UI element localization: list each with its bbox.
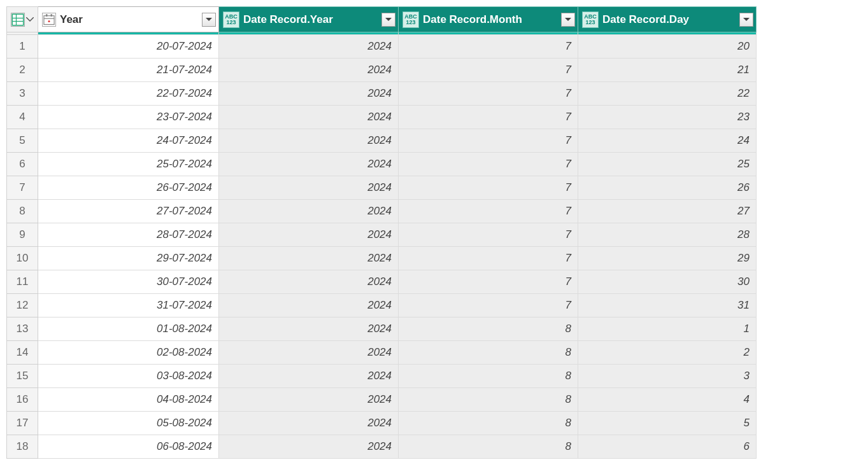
cell-year[interactable]: 04-08-2024	[38, 388, 219, 412]
cell-date-record-month[interactable]: 8	[399, 341, 578, 365]
cell-date-record-month[interactable]: 8	[399, 435, 578, 459]
cell-date-record-month[interactable]: 7	[399, 200, 578, 223]
row-number[interactable]: 17	[7, 412, 38, 435]
cell-date-record-day[interactable]: 24	[578, 129, 757, 153]
cell-date-record-year[interactable]: 2024	[219, 412, 399, 435]
cell-date-record-month[interactable]: 8	[399, 412, 578, 435]
row-number[interactable]: 7	[7, 176, 38, 200]
cell-year[interactable]: 30-07-2024	[38, 270, 219, 294]
cell-year[interactable]: 21-07-2024	[38, 59, 219, 82]
cell-date-record-month[interactable]: 7	[399, 270, 578, 294]
cell-date-record-day[interactable]: 30	[578, 270, 757, 294]
table-row[interactable]: 1705-08-2024202485	[7, 412, 757, 435]
cell-year[interactable]: 20-07-2024	[38, 35, 219, 59]
table-row[interactable]: 1029-07-20242024729	[7, 247, 757, 270]
row-number[interactable]: 18	[7, 435, 38, 459]
table-row[interactable]: 1503-08-2024202483	[7, 365, 757, 388]
table-row[interactable]: 1130-07-20242024730	[7, 270, 757, 294]
cell-date-record-month[interactable]: 7	[399, 294, 578, 317]
table-row[interactable]: 1231-07-20242024731	[7, 294, 757, 317]
table-row[interactable]: 221-07-20242024721	[7, 59, 757, 82]
cell-date-record-month[interactable]: 8	[399, 388, 578, 412]
cell-year[interactable]: 24-07-2024	[38, 129, 219, 153]
any-type-icon[interactable]: ABC 123	[582, 11, 599, 28]
cell-year[interactable]: 31-07-2024	[38, 294, 219, 317]
cell-date-record-day[interactable]: 23	[578, 106, 757, 129]
cell-date-record-day[interactable]: 29	[578, 247, 757, 270]
cell-date-record-year[interactable]: 2024	[219, 59, 399, 82]
cell-year[interactable]: 26-07-2024	[38, 176, 219, 200]
any-type-icon[interactable]: ABC 123	[402, 11, 419, 28]
cell-date-record-year[interactable]: 2024	[219, 153, 399, 176]
row-number[interactable]: 12	[7, 294, 38, 317]
cell-date-record-month[interactable]: 7	[399, 223, 578, 247]
cell-year[interactable]: 01-08-2024	[38, 317, 219, 341]
cell-date-record-day[interactable]: 20	[578, 35, 757, 59]
filter-button[interactable]	[202, 13, 216, 27]
cell-year[interactable]: 06-08-2024	[38, 435, 219, 459]
cell-date-record-month[interactable]: 7	[399, 82, 578, 106]
table-icon[interactable]	[11, 13, 25, 27]
table-row[interactable]: 423-07-20242024723	[7, 106, 757, 129]
cell-date-record-year[interactable]: 2024	[219, 223, 399, 247]
cell-year[interactable]: 27-07-2024	[38, 200, 219, 223]
table-row[interactable]: 928-07-20242024728	[7, 223, 757, 247]
cell-year[interactable]: 29-07-2024	[38, 247, 219, 270]
cell-date-record-month[interactable]: 8	[399, 365, 578, 388]
cell-year[interactable]: 03-08-2024	[38, 365, 219, 388]
table-row[interactable]: 1402-08-2024202482	[7, 341, 757, 365]
filter-button[interactable]	[739, 13, 753, 27]
cell-date-record-year[interactable]: 2024	[219, 270, 399, 294]
row-number[interactable]: 5	[7, 129, 38, 153]
cell-date-record-year[interactable]: 2024	[219, 435, 399, 459]
cell-date-record-month[interactable]: 7	[399, 153, 578, 176]
row-number[interactable]: 10	[7, 247, 38, 270]
cell-date-record-day[interactable]: 27	[578, 200, 757, 223]
cell-date-record-day[interactable]: 31	[578, 294, 757, 317]
row-number[interactable]: 1	[7, 35, 38, 59]
cell-date-record-year[interactable]: 2024	[219, 388, 399, 412]
column-header-date-record-year[interactable]: ABC 123 Date Record.Year	[219, 7, 399, 32]
column-header-year[interactable]: Year	[38, 7, 219, 32]
table-row[interactable]: 827-07-20242024727	[7, 200, 757, 223]
any-type-icon[interactable]: ABC 123	[223, 11, 239, 28]
cell-year[interactable]: 28-07-2024	[38, 223, 219, 247]
cell-date-record-year[interactable]: 2024	[219, 129, 399, 153]
filter-button[interactable]	[381, 13, 395, 27]
cell-date-record-year[interactable]: 2024	[219, 317, 399, 341]
select-all-header[interactable]	[7, 7, 38, 32]
table-row[interactable]: 726-07-20242024726	[7, 176, 757, 200]
cell-date-record-year[interactable]: 2024	[219, 82, 399, 106]
row-number[interactable]: 3	[7, 82, 38, 106]
cell-date-record-day[interactable]: 25	[578, 153, 757, 176]
cell-date-record-month[interactable]: 7	[399, 106, 578, 129]
table-row[interactable]: 625-07-20242024725	[7, 153, 757, 176]
cell-date-record-year[interactable]: 2024	[219, 341, 399, 365]
cell-date-record-year[interactable]: 2024	[219, 200, 399, 223]
cell-date-record-day[interactable]: 26	[578, 176, 757, 200]
filter-button[interactable]	[561, 13, 575, 27]
row-number[interactable]: 2	[7, 59, 38, 82]
cell-date-record-day[interactable]: 21	[578, 59, 757, 82]
row-number[interactable]: 11	[7, 270, 38, 294]
date-type-icon[interactable]	[42, 13, 56, 27]
cell-date-record-day[interactable]: 4	[578, 388, 757, 412]
data-grid[interactable]: Year ABC 123 Date Record.Year	[6, 6, 757, 459]
cell-year[interactable]: 02-08-2024	[38, 341, 219, 365]
cell-date-record-month[interactable]: 7	[399, 59, 578, 82]
cell-year[interactable]: 22-07-2024	[38, 82, 219, 106]
cell-date-record-month[interactable]: 7	[399, 247, 578, 270]
cell-date-record-month[interactable]: 7	[399, 176, 578, 200]
cell-date-record-day[interactable]: 28	[578, 223, 757, 247]
cell-date-record-year[interactable]: 2024	[219, 106, 399, 129]
cell-year[interactable]: 05-08-2024	[38, 412, 219, 435]
row-number[interactable]: 14	[7, 341, 38, 365]
row-number[interactable]: 4	[7, 106, 38, 129]
cell-date-record-year[interactable]: 2024	[219, 247, 399, 270]
table-row[interactable]: 120-07-20242024720	[7, 35, 757, 59]
row-number[interactable]: 6	[7, 153, 38, 176]
cell-date-record-month[interactable]: 7	[399, 129, 578, 153]
cell-date-record-year[interactable]: 2024	[219, 365, 399, 388]
chevron-down-icon[interactable]	[26, 13, 34, 27]
table-row[interactable]: 322-07-20242024722	[7, 82, 757, 106]
